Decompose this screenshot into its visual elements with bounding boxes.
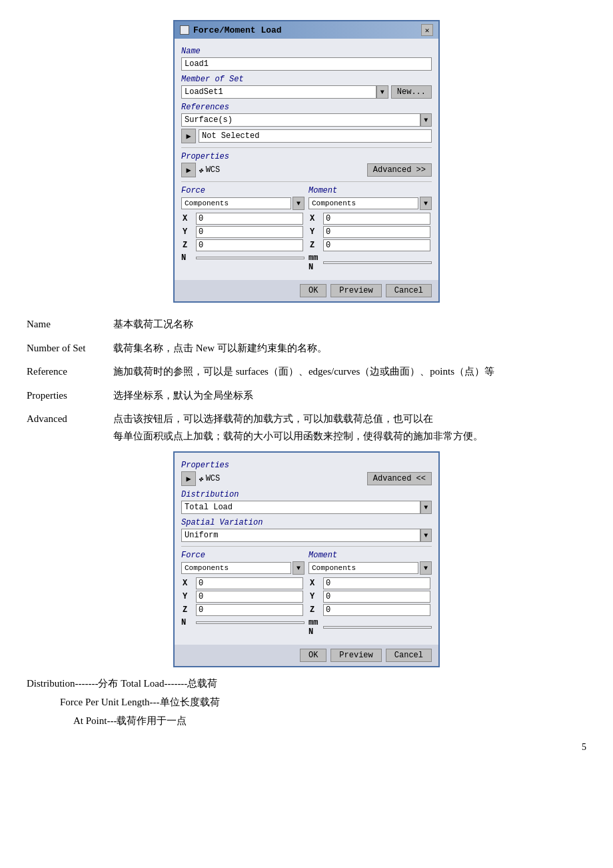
dialog-icon bbox=[180, 25, 189, 35]
dialog-title-text: Force/Moment Load bbox=[193, 25, 282, 35]
my-label: Y bbox=[308, 225, 322, 239]
force-components-arrow-2[interactable]: ▼ bbox=[293, 561, 305, 575]
force-components-arrow[interactable]: ▼ bbox=[293, 197, 305, 210]
y-label-2: Y bbox=[181, 590, 195, 603]
advanced-button-1[interactable]: Advanced >> bbox=[367, 163, 432, 177]
surface-select[interactable]: Surface(s) bbox=[181, 113, 420, 127]
force-y-input-2[interactable] bbox=[196, 591, 303, 603]
dialog-title-bar: Force/Moment Load ✕ bbox=[175, 21, 438, 39]
cursor-button-1[interactable]: ▶ bbox=[181, 129, 196, 143]
term-properties: Properties bbox=[27, 387, 113, 405]
my-label-2: Y bbox=[308, 590, 322, 603]
n-label-2: N bbox=[181, 618, 196, 627]
y-label: Y bbox=[181, 225, 195, 239]
def-name: 基本载荷工况名称 bbox=[113, 316, 586, 333]
term-advanced: Advanced bbox=[27, 411, 113, 428]
z-label: Z bbox=[181, 239, 195, 252]
preview-button-2[interactable]: Preview bbox=[330, 649, 381, 662]
text-row-name: Name 基本载荷工况名称 bbox=[27, 316, 586, 333]
distribution-label: Distribution bbox=[181, 490, 432, 499]
properties-label-2: Properties bbox=[181, 461, 432, 470]
properties-label: Properties bbox=[181, 152, 432, 161]
force-z-input-2[interactable] bbox=[196, 604, 303, 616]
text-row-number-of-set: Number of Set 载荷集名称，点击 New 可以新建约束集的名称。 bbox=[27, 340, 586, 357]
total-load-select[interactable]: Total Load bbox=[181, 501, 420, 514]
mx-label: X bbox=[308, 212, 322, 225]
moment-y-input[interactable] bbox=[323, 226, 430, 238]
new-button[interactable]: New... bbox=[391, 85, 432, 99]
uniform-select-wrapper: Uniform ▼ bbox=[181, 529, 432, 542]
cancel-button-2[interactable]: Cancel bbox=[386, 649, 432, 662]
force-label-2: Force bbox=[181, 551, 305, 560]
spatial-variation-label: Spatial Variation bbox=[181, 518, 432, 527]
moment-x-input[interactable] bbox=[323, 213, 430, 225]
moment-components-arrow[interactable]: ▼ bbox=[420, 197, 432, 210]
references-label: References bbox=[181, 103, 432, 112]
moment-z-input-2[interactable] bbox=[323, 604, 430, 616]
force-n-field-2 bbox=[196, 621, 305, 624]
force-n-field bbox=[196, 257, 305, 259]
def-number-of-set: 载荷集名称，点击 New 可以新建约束集的名称。 bbox=[113, 340, 586, 357]
term-number-of-set: Number of Set bbox=[27, 340, 113, 357]
content-area: Name 基本载荷工况名称 Number of Set 载荷集名称，点击 New… bbox=[27, 316, 586, 445]
advanced-button-2[interactable]: Advanced << bbox=[367, 472, 432, 485]
moment-x-input-2[interactable] bbox=[323, 577, 430, 589]
page-number: 5 bbox=[27, 742, 586, 753]
term-reference: Reference bbox=[27, 363, 113, 381]
force-y-input[interactable] bbox=[196, 226, 303, 238]
wcs-icon: ✤ bbox=[199, 166, 203, 175]
z-label-2: Z bbox=[181, 603, 195, 617]
moment-components-arrow-2[interactable]: ▼ bbox=[420, 561, 432, 575]
force-z-input[interactable] bbox=[196, 239, 303, 251]
def-properties: 选择坐标系，默认为全局坐标系 bbox=[113, 387, 586, 405]
distribution-text: Distribution-------分布 Total Load-------总… bbox=[27, 675, 586, 691]
bottom-text-block: Distribution-------分布 Total Load-------总… bbox=[27, 675, 586, 729]
ok-button-2[interactable]: OK bbox=[300, 649, 326, 662]
wcs-label-2: WCS bbox=[206, 474, 221, 483]
moment-label: Moment bbox=[308, 186, 432, 195]
member-of-set-label: Member of Set bbox=[181, 75, 432, 84]
uniform-select[interactable]: Uniform bbox=[181, 529, 420, 542]
dialog-footer-2: OK Preview Cancel bbox=[175, 645, 438, 666]
name-label: Name bbox=[181, 47, 432, 56]
mm-n-label: mm N bbox=[308, 253, 323, 272]
cursor-button-3[interactable]: ▶ bbox=[181, 471, 196, 486]
force-x-input[interactable] bbox=[196, 213, 303, 225]
text-row-reference: Reference 施加载荷时的参照，可以是 surfaces（面）、edges… bbox=[27, 363, 586, 381]
moment-label-2: Moment bbox=[308, 551, 432, 560]
name-input[interactable] bbox=[181, 57, 432, 71]
force-x-input-2[interactable] bbox=[196, 577, 303, 589]
moment-y-input-2[interactable] bbox=[323, 591, 430, 603]
surface-arrow[interactable]: ▼ bbox=[420, 113, 432, 127]
force-components-select[interactable]: Components bbox=[181, 197, 291, 209]
ok-button-1[interactable]: OK bbox=[300, 284, 326, 297]
mz-label: Z bbox=[308, 239, 322, 252]
uniform-arrow[interactable]: ▼ bbox=[420, 529, 432, 542]
preview-button-1[interactable]: Preview bbox=[330, 284, 381, 297]
force-components-select-2[interactable]: Components bbox=[181, 562, 291, 574]
force-label: Force bbox=[181, 186, 305, 195]
moment-components-select[interactable]: Components bbox=[308, 197, 418, 209]
close-button[interactable]: ✕ bbox=[421, 24, 433, 36]
moment-z-input[interactable] bbox=[323, 239, 430, 251]
distribution-row: Distribution-------分布 Total Load-------总… bbox=[27, 675, 586, 691]
cancel-button-1[interactable]: Cancel bbox=[386, 284, 432, 297]
total-load-arrow[interactable]: ▼ bbox=[420, 501, 432, 514]
loadset-select-wrapper: LoadSet1 ▼ bbox=[181, 85, 388, 99]
def-advanced-cont: 每单位面积或点上加载；载荷的大小可以用函数来控制，使得载荷的施加非常方便。 bbox=[113, 428, 586, 445]
x-label: X bbox=[181, 212, 195, 225]
total-load-select-wrapper: Total Load ▼ bbox=[181, 501, 432, 514]
surface-select-wrapper: Surface(s) ▼ bbox=[181, 113, 432, 127]
moment-components-select-2[interactable]: Components bbox=[308, 562, 418, 574]
loadset-arrow[interactable]: ▼ bbox=[376, 85, 388, 99]
dialog-footer-1: OK Preview Cancel bbox=[175, 280, 438, 301]
mx-label-2: X bbox=[308, 577, 322, 590]
mm-n-label-2: mm N bbox=[308, 618, 323, 637]
n-label: N bbox=[181, 253, 196, 263]
cursor-button-2[interactable]: ▶ bbox=[181, 163, 196, 177]
wcs-label: WCS bbox=[206, 165, 221, 175]
wcs-icon-2: ✤ bbox=[199, 475, 203, 483]
loadset-select[interactable]: LoadSet1 bbox=[181, 85, 376, 99]
term-name: Name bbox=[27, 316, 113, 333]
x-label-2: X bbox=[181, 577, 195, 590]
